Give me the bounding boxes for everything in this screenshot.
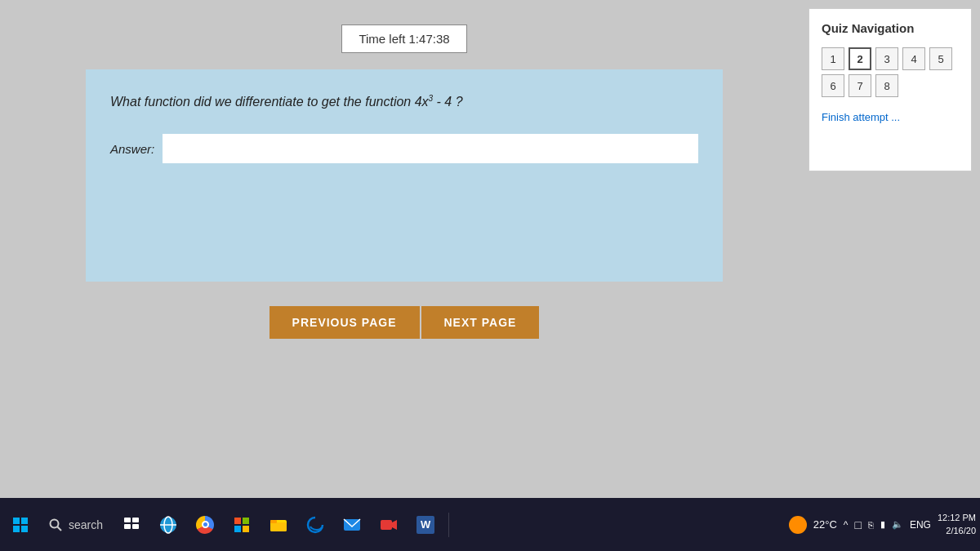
nav-number-4[interactable]: 4 <box>902 47 925 70</box>
timer-box: Time left 1:47:38 <box>341 24 466 53</box>
start-button[interactable] <box>4 509 37 541</box>
svg-marker-14 <box>392 520 397 530</box>
taskbar-clock[interactable]: 12:12 PM 2/16/20 <box>938 512 976 537</box>
pinned-app-1-icon <box>159 516 177 534</box>
question-text: What function did we differentiate to ge… <box>110 94 698 109</box>
nav-number-7[interactable]: 7 <box>849 74 871 97</box>
next-page-button[interactable]: NEXT PAGE <box>421 306 540 339</box>
svg-rect-10 <box>270 522 287 531</box>
nav-buttons: PREVIOUS PAGE NEXT PAGE <box>270 306 540 339</box>
answer-row: Answer: <box>110 134 698 163</box>
task-view-icon <box>123 517 140 533</box>
video-button[interactable] <box>372 509 405 541</box>
edge-button[interactable] <box>299 509 332 541</box>
quiz-nav-title: Quiz Navigation <box>822 21 959 35</box>
nav-number-6[interactable]: 6 <box>822 74 844 97</box>
nav-number-5[interactable]: 5 <box>929 47 952 70</box>
nav-number-2[interactable]: 2 <box>849 47 871 70</box>
quiz-nav-grid: 1 2 3 4 5 6 7 8 <box>822 47 959 97</box>
nav-number-8[interactable]: 8 <box>875 74 898 97</box>
answer-label: Answer: <box>110 142 154 156</box>
search-label: search <box>69 518 103 531</box>
chrome-app-button[interactable] <box>189 509 221 541</box>
timer-text: Time left 1:47:38 <box>359 32 449 46</box>
battery-icon[interactable]: ▮ <box>880 519 885 530</box>
system-tray: 22°C ^ □ ⎘ ▮ 🔈 ENG 12:12 PM 2/16/20 <box>789 512 976 537</box>
chrome-center <box>202 521 209 528</box>
file-explorer-icon <box>270 516 287 534</box>
task-view-button[interactable] <box>115 509 148 541</box>
mail-icon <box>343 516 361 534</box>
taskbar-separator <box>448 513 449 537</box>
weather-icon <box>789 516 807 534</box>
svg-rect-4 <box>124 524 131 529</box>
svg-line-1 <box>57 527 61 531</box>
quiz-navigation-panel: Quiz Navigation 1 2 3 4 5 6 7 8 Finish a… <box>808 8 972 171</box>
speaker-icon[interactable]: 🔈 <box>892 519 903 530</box>
svg-rect-13 <box>381 520 392 530</box>
svg-rect-2 <box>124 518 131 522</box>
windows-store-icon <box>234 518 249 532</box>
windows-logo-icon <box>13 518 28 532</box>
question-card: What function did we differentiate to ge… <box>86 69 723 282</box>
file-explorer-button[interactable] <box>262 509 295 541</box>
svg-rect-5 <box>132 524 139 529</box>
weather-temp: 22°C <box>813 518 837 531</box>
pinned-app-1[interactable] <box>152 509 185 541</box>
finish-attempt-link[interactable]: Finish attempt ... <box>822 111 900 123</box>
word-icon: W <box>416 516 434 534</box>
search-bar[interactable]: search <box>41 514 111 535</box>
chrome-icon <box>196 516 214 534</box>
mail-button[interactable] <box>336 509 368 541</box>
video-icon <box>380 516 398 534</box>
network-icon[interactable]: ⎘ <box>868 520 874 530</box>
svg-rect-3 <box>132 518 139 522</box>
edge-icon <box>306 516 324 534</box>
date-display: 2/16/20 <box>946 525 976 537</box>
taskbar: search <box>0 498 980 551</box>
quiz-area: Time left 1:47:38 What function did we d… <box>0 0 808 498</box>
answer-input[interactable] <box>163 134 698 163</box>
lang-label: ENG <box>910 519 931 531</box>
display-icon[interactable]: □ <box>854 518 861 531</box>
windows-store-button[interactable] <box>225 509 258 541</box>
svg-rect-11 <box>270 520 277 523</box>
nav-number-1[interactable]: 1 <box>822 47 844 70</box>
word-button[interactable]: W <box>409 509 442 541</box>
caret-up-icon[interactable]: ^ <box>844 519 849 531</box>
search-icon <box>49 518 62 531</box>
main-content: Time left 1:47:38 What function did we d… <box>0 0 980 498</box>
nav-number-3[interactable]: 3 <box>875 47 898 70</box>
time-display: 12:12 PM <box>938 512 976 524</box>
prev-page-button[interactable]: PREVIOUS PAGE <box>270 306 420 339</box>
